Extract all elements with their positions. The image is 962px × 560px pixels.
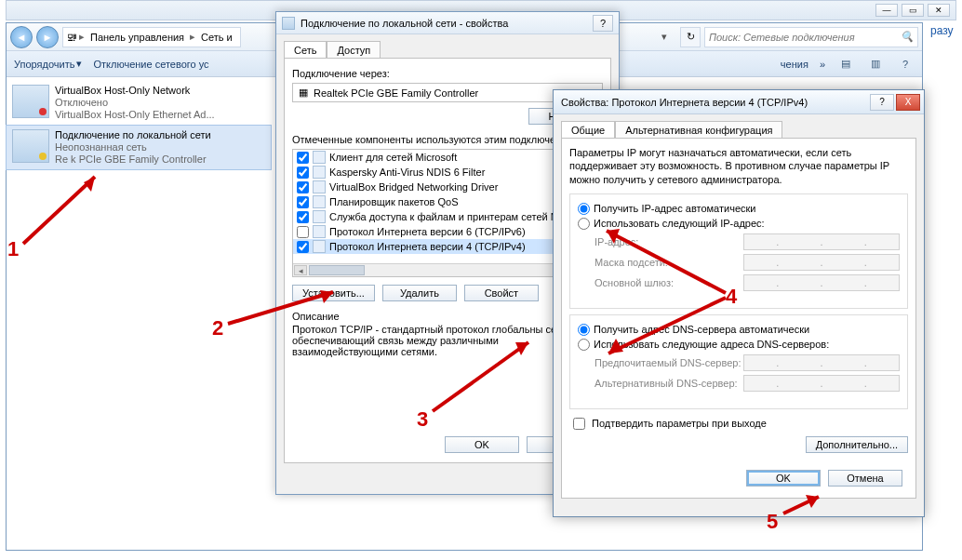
component-icon (313, 225, 326, 238)
chevron-down-icon[interactable]: ▾ (661, 31, 676, 43)
scroll-thumb[interactable] (309, 265, 365, 275)
overflow-chevrons[interactable]: » (820, 59, 825, 70)
close-icon[interactable]: ✕ (928, 4, 950, 17)
confirm-on-exit[interactable]: Подтвердить параметры при выходе (569, 415, 908, 433)
radio[interactable] (578, 339, 590, 351)
tab-network[interactable]: Сеть (284, 41, 327, 59)
nic-icon: ▦ (299, 87, 308, 99)
cropped-text: разу (927, 20, 962, 41)
dns2-input: ... (743, 375, 900, 392)
radio-manual-dns[interactable]: Использовать следующие адреса DNS-сервер… (578, 339, 900, 351)
label: Подтвердить параметры при выходе (592, 418, 767, 429)
label: Получить IP-адрес автоматически (594, 203, 755, 214)
tab-strip: Общие Альтернативная конфигурация (554, 114, 924, 138)
checkbox[interactable] (297, 152, 309, 164)
nav-forward-button[interactable]: ► (36, 26, 59, 48)
radio[interactable] (578, 203, 590, 215)
label: Планировщик пакетов QoS (329, 196, 459, 207)
component-icon (313, 195, 326, 208)
remove-button[interactable]: Удалить (382, 285, 457, 301)
close-button[interactable]: X (896, 94, 920, 111)
label: Отключение сетевого ус (93, 59, 208, 70)
component-icon (313, 166, 326, 179)
dialog-titlebar[interactable]: Свойства: Протокол Интернета версии 4 (T… (554, 90, 924, 114)
chevron-right-icon: ▸ (190, 31, 195, 43)
tab-general[interactable]: Общие (561, 121, 615, 139)
ok-button[interactable]: OK (445, 436, 519, 453)
cancel-button[interactable]: Отмена (828, 470, 902, 487)
chevron-right-icon: ▸ (79, 31, 85, 43)
label: Kaspersky Anti-Virus NDIS 6 Filter (329, 167, 485, 178)
radio-auto-ip[interactable]: Получить IP-адрес автоматически (578, 203, 900, 215)
radio-manual-ip[interactable]: Использовать следующий IP-адрес: (578, 218, 900, 230)
breadcrumb-seg[interactable]: Сеть и (197, 32, 236, 43)
gateway-input: ... (743, 274, 900, 291)
label: Упорядочить (14, 59, 74, 70)
radio-auto-dns[interactable]: Получить адрес DNS-сервера автоматически (578, 324, 900, 336)
tab-strip: Сеть Доступ (276, 34, 619, 58)
adapter-device: Re k PCIe GBE Family Controller (55, 153, 211, 166)
breadcrumb-seg[interactable]: Панель управления (87, 32, 188, 43)
minimize-icon[interactable]: — (875, 4, 898, 17)
dialog-titlebar[interactable]: Подключение по локальной сети - свойства… (276, 12, 619, 34)
help-button[interactable]: ? (593, 15, 613, 32)
search-input[interactable]: Поиск: Сетевые подключения 🔍 (704, 27, 918, 47)
dns-group: Получить адрес DNS-сервера автоматически… (569, 314, 908, 409)
install-button[interactable]: Установить... (292, 285, 375, 301)
network-adapter-icon (12, 85, 49, 118)
subnet-mask-input: ... (743, 254, 900, 271)
help-button[interactable]: ? (870, 94, 894, 111)
nav-back-button[interactable]: ◄ (10, 26, 33, 48)
adapter-item-selected[interactable]: Подключение по локальной сети Неопознанн… (6, 125, 272, 171)
adapter-name: Подключение по локальной сети (55, 129, 211, 141)
ok-button[interactable]: OK (746, 470, 821, 487)
preview-pane-button[interactable]: ▥ (866, 55, 885, 73)
checkbox[interactable] (297, 181, 309, 193)
advanced-button[interactable]: Дополнительно... (806, 436, 908, 453)
subnet-mask-label: Маска подсети: (595, 257, 743, 268)
organize-menu[interactable]: Упорядочить ▾ (14, 58, 82, 70)
ip-address-label: IP-адрес: (595, 236, 743, 247)
tab-access[interactable]: Доступ (327, 41, 381, 59)
label: Использовать следующие адреса DNS-сервер… (594, 339, 829, 350)
adapter-name: VirtualBox Host-Only Network (55, 85, 215, 97)
maximize-icon[interactable]: ▭ (902, 4, 924, 17)
checkbox[interactable] (573, 418, 585, 430)
label: VirtualBox Bridged Networking Driver (329, 181, 498, 193)
checkbox[interactable] (297, 211, 309, 223)
properties-button[interactable]: Свойст (464, 285, 539, 301)
chevron-down-icon: ▾ (76, 58, 82, 70)
radio[interactable] (578, 218, 590, 230)
adapter-device: VirtualBox Host-Only Ethernet Ad... (55, 109, 215, 121)
dialog-title: Подключение по локальной сети - свойства (301, 18, 508, 29)
help-button[interactable]: ? (896, 55, 915, 73)
checkbox[interactable] (297, 241, 309, 253)
ip-address-group: Получить IP-адрес автоматически Использо… (569, 193, 908, 309)
adapters-list: VirtualBox Host-Only Network Отключено V… (7, 77, 271, 550)
component-icon (313, 210, 326, 223)
tab-alt-config[interactable]: Альтернативная конфигурация (615, 121, 782, 139)
view-options-button[interactable]: ▤ (836, 55, 855, 73)
label: чения (781, 59, 808, 70)
ip-address-input: ... (743, 233, 900, 250)
diagnose-button[interactable]: чения (781, 59, 808, 70)
adapter-status: Отключено (55, 97, 215, 109)
breadcrumb[interactable]: 🖳 ▸ Панель управления ▸ Сеть и (62, 27, 241, 47)
disable-device-button[interactable]: Отключение сетевого ус (93, 59, 208, 70)
component-icon (313, 180, 326, 193)
dns1-label: Предпочитаемый DNS-сервер: (595, 357, 743, 368)
label: Использовать следующий IP-адрес: (594, 218, 765, 229)
checkbox[interactable] (297, 226, 309, 238)
network-icon (282, 17, 295, 30)
checkbox[interactable] (297, 167, 309, 179)
scroll-left-icon[interactable]: ◂ (294, 265, 307, 275)
refresh-button[interactable]: ↻ (680, 27, 701, 47)
radio[interactable] (578, 324, 590, 336)
search-placeholder: Поиск: Сетевые подключения (709, 32, 855, 43)
checkbox[interactable] (297, 196, 309, 208)
adapter-status: Неопознанная сеть (55, 141, 211, 153)
adapter-item[interactable]: VirtualBox Host-Only Network Отключено V… (7, 81, 271, 126)
label: Протокол Интернета версии 4 (TCP/IPv4) (329, 241, 526, 252)
component-icon (313, 240, 326, 253)
search-icon: 🔍 (901, 31, 914, 43)
